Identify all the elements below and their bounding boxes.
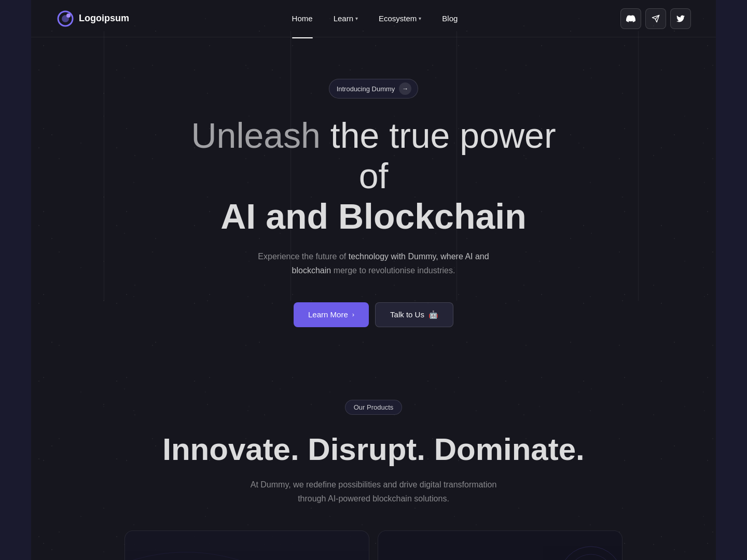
- logo-area[interactable]: Logoipsum: [56, 9, 129, 28]
- products-subtitle: At Dummy, we redefine possibilities and …: [244, 478, 503, 506]
- learn-more-arrow-icon: ›: [352, 311, 354, 318]
- hero-title-line2: AI and Blockchain: [176, 196, 571, 236]
- send-icon: [652, 15, 660, 23]
- subtitle-highlight: technology with Dummy, where AI and bloc…: [292, 252, 489, 275]
- nav-blog[interactable]: Blog: [442, 12, 458, 25]
- learn-more-label: Learn More: [308, 310, 348, 319]
- svg-point-6: [568, 554, 614, 560]
- svg-point-2: [66, 13, 71, 18]
- products-title: Innovate. Disrupt. Dominate.: [162, 431, 584, 467]
- hero-buttons: Learn More › Talk to Us 🤖: [294, 302, 453, 327]
- svg-point-5: [560, 547, 617, 560]
- navbar: Logoipsum Home Learn ▾ Ecosystem ▾ Blog: [31, 0, 716, 37]
- nav-actions: [620, 8, 691, 29]
- robot-icon: 🤖: [428, 310, 438, 319]
- card-circle-right: [513, 536, 617, 560]
- products-section: Our Products Innovate. Disrupt. Dominate…: [31, 358, 716, 560]
- learn-more-button[interactable]: Learn More ›: [294, 302, 369, 327]
- discord-icon: [626, 14, 635, 23]
- nav-learn[interactable]: Learn ▾: [334, 12, 358, 25]
- twitter-icon: [676, 15, 685, 23]
- product-card-right[interactable]: [378, 530, 622, 560]
- hero-subtitle: Experience the future of technology with…: [239, 249, 508, 277]
- badge-text: Introducing Dummy: [337, 85, 395, 93]
- products-badge: Our Products: [345, 400, 403, 415]
- nav-ecosystem[interactable]: Ecosystem ▾: [379, 12, 421, 25]
- send-button[interactable]: [645, 8, 666, 29]
- product-card-left[interactable]: [125, 530, 369, 560]
- hero-section: Introducing Dummy → Unleash the true pow…: [31, 37, 716, 358]
- hero-title: Unleash the true power of AI and Blockch…: [176, 115, 571, 237]
- products-grid: [125, 530, 622, 560]
- announcing-badge[interactable]: Introducing Dummy →: [329, 79, 419, 99]
- logo-icon: [56, 9, 75, 28]
- talk-to-us-button[interactable]: Talk to Us 🤖: [375, 302, 453, 327]
- badge-arrow-icon: →: [399, 82, 411, 95]
- nav-home[interactable]: Home: [292, 12, 313, 25]
- logo-text: Logoipsum: [79, 13, 129, 24]
- talk-to-us-label: Talk to Us: [390, 310, 424, 319]
- twitter-button[interactable]: [670, 8, 691, 29]
- discord-button[interactable]: [620, 8, 641, 29]
- hero-title-line1: Unleash the true power of: [176, 115, 571, 196]
- ecosystem-chevron-icon: ▾: [419, 16, 421, 21]
- card-wave-left: [125, 531, 369, 560]
- nav-center: Home Learn ▾ Ecosystem ▾ Blog: [292, 12, 458, 25]
- learn-chevron-icon: ▾: [355, 16, 358, 21]
